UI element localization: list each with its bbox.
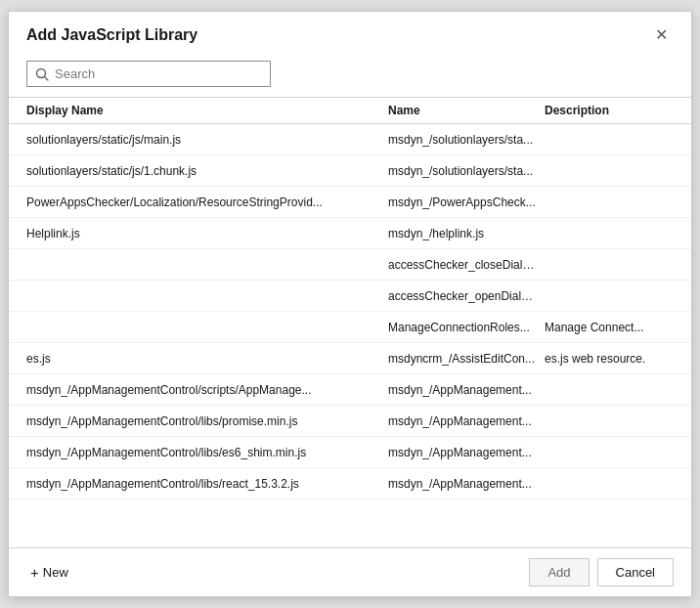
cell-name: msdyn_/AppManagement... [388,383,545,397]
cell-display-name: PowerAppsChecker/Localization/ResourceSt… [26,195,388,209]
cell-name: msdyn_/solutionlayers/sta... [388,133,545,147]
search-input[interactable] [55,66,262,81]
table-row[interactable]: accessChecker_openDialo... [9,281,691,312]
col-header-name: Name [388,104,545,117]
cancel-button[interactable]: Cancel [597,558,674,586]
close-button[interactable]: ✕ [649,25,674,45]
cell-display-name: solutionlayers/static/js/main.js [26,133,388,147]
col-header-display-name: Display Name [26,104,388,117]
cell-name: accessChecker_closeDialo... [388,258,545,272]
cell-name: msdyn_/AppManagement... [388,446,545,459]
table-row[interactable]: PowerAppsChecker/Localization/ResourceSt… [9,187,691,218]
col-header-description: Description [545,104,691,117]
cell-name: ManageConnectionRoles... [388,321,545,334]
plus-icon: + [30,564,39,581]
cell-description: Manage Connect... [545,321,691,334]
table-row[interactable]: msdyn_/AppManagementControl/scripts/AppM… [9,374,691,406]
cell-name: msdyn_/helplink.js [388,227,545,240]
table-row[interactable]: msdyn_/AppManagementControl/libs/promise… [9,406,691,437]
table-area: Display Name Name Description solutionla… [9,97,691,547]
dialog-header: Add JavaScript Library ✕ [9,12,691,55]
footer-actions: Add Cancel [529,558,674,586]
table-row[interactable]: accessChecker_closeDialo... [9,249,691,281]
cell-display-name: msdyn_/AppManagementControl/libs/react_1… [26,477,388,491]
table-row[interactable]: Helplink.jsmsdyn_/helplink.js [9,218,691,249]
table-row[interactable]: solutionlayers/static/js/1.chunk.jsmsdyn… [9,155,691,187]
cell-display-name: solutionlayers/static/js/1.chunk.js [26,164,388,178]
cell-name: msdyn_/AppManagement... [388,477,545,491]
new-label: New [43,565,68,580]
table-row[interactable]: msdyn_/AppManagementControl/libs/es6_shi… [9,437,691,468]
table-header: Display Name Name Description [9,98,691,124]
svg-line-1 [45,76,49,80]
cell-display-name: msdyn_/AppManagementControl/libs/es6_shi… [26,446,388,459]
table-body[interactable]: solutionlayers/static/js/main.jsmsdyn_/s… [9,124,691,547]
table-row[interactable]: solutionlayers/static/js/main.jsmsdyn_/s… [9,124,691,155]
cell-display-name: Helplink.js [26,227,388,240]
cell-display-name: msdyn_/AppManagementControl/scripts/AppM… [26,383,388,397]
new-button[interactable]: + New [26,558,72,586]
cell-name: msdyn_/solutionlayers/sta... [388,164,545,178]
cell-display-name: es.js [26,352,388,366]
dialog-footer: + New Add Cancel [9,547,691,596]
search-area [9,55,691,97]
search-icon [35,67,49,81]
table-row[interactable]: ManageConnectionRoles...Manage Connect..… [9,312,691,343]
search-box [26,61,271,87]
add-js-library-dialog: Add JavaScript Library ✕ Display Name Na… [8,11,692,597]
cell-name: msdyn_/PowerAppsCheck... [388,195,545,209]
table-row[interactable]: msdyn_/AppManagementControl/libs/react_1… [9,468,691,499]
cell-description: es.js web resource. [545,352,691,366]
table-row[interactable]: es.jsmsdyncrm_/AssistEditCon...es.js web… [9,343,691,374]
dialog-title: Add JavaScript Library [26,26,197,44]
cell-name: accessChecker_openDialo... [388,289,545,303]
cell-name: msdyncrm_/AssistEditCon... [388,352,545,366]
cell-display-name: msdyn_/AppManagementControl/libs/promise… [26,414,388,428]
cell-name: msdyn_/AppManagement... [388,414,545,428]
add-button[interactable]: Add [529,558,589,586]
